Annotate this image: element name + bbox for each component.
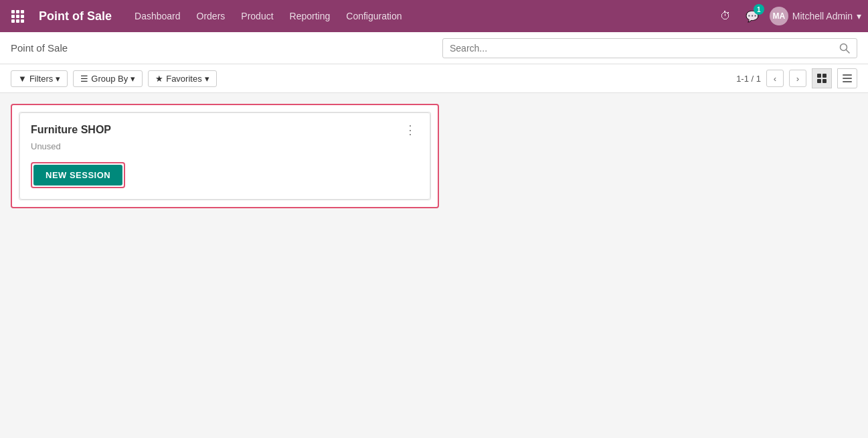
secondary-header: Point of Sale — [0, 32, 868, 64]
pagination-next[interactable]: › — [789, 70, 806, 87]
svg-rect-3 — [822, 74, 827, 78]
group-by-chevron: ▾ — [131, 74, 135, 84]
chat-badge: 1 — [754, 4, 764, 15]
group-by-button[interactable]: ☰ Group By ▾ — [73, 70, 143, 87]
avatar: MA — [770, 7, 788, 25]
filters-chevron: ▾ — [56, 74, 60, 84]
card-grid-wrapper: Furniture SHOP ⋮ Unused NEW SESSION — [11, 104, 439, 208]
svg-line-1 — [847, 50, 850, 53]
svg-rect-4 — [817, 79, 821, 83]
shop-card: Furniture SHOP ⋮ Unused NEW SESSION — [19, 113, 430, 200]
new-session-button[interactable]: NEW SESSION — [33, 165, 122, 186]
favorites-button[interactable]: ★ Favorites ▾ — [148, 70, 216, 87]
svg-rect-5 — [822, 79, 827, 83]
card-inner-border: Furniture SHOP ⋮ Unused NEW SESSION — [19, 112, 431, 200]
main-content: Furniture SHOP ⋮ Unused NEW SESSION — [0, 93, 868, 437]
search-input[interactable] — [443, 39, 833, 58]
shop-card-menu-icon[interactable]: ⋮ — [402, 124, 419, 136]
user-name: Mitchell Admin — [792, 11, 853, 21]
filter-bar: ▼ Filters ▾ ☰ Group By ▾ ★ Favorites ▾ 1… — [0, 64, 868, 93]
favorites-label: Favorites — [166, 74, 201, 84]
view-kanban-button[interactable] — [812, 68, 832, 88]
favorites-icon: ★ — [155, 74, 163, 84]
nav-configuration[interactable]: Configuration — [339, 7, 408, 25]
app-title: Point of Sale — [39, 9, 112, 23]
nav-reporting[interactable]: Reporting — [283, 7, 337, 25]
pagination-area: 1-1 / 1 ‹ › — [736, 68, 857, 88]
filter-icon: ▼ — [18, 74, 27, 84]
breadcrumb: Point of Sale — [11, 42, 68, 54]
new-session-btn-wrapper: NEW SESSION — [31, 162, 125, 188]
user-dropdown-icon: ▾ — [857, 11, 861, 21]
filters-label: Filters — [29, 74, 53, 84]
svg-rect-2 — [817, 74, 821, 78]
svg-rect-6 — [843, 74, 852, 76]
main-nav: Dashboard Orders Product Reporting Confi… — [128, 7, 705, 25]
svg-rect-7 — [843, 78, 852, 79]
group-by-label: Group By — [91, 74, 128, 84]
search-area — [442, 38, 857, 58]
nav-orders[interactable]: Orders — [190, 7, 232, 25]
favorites-chevron: ▾ — [205, 74, 209, 84]
chat-icon[interactable]: 💬 1 — [743, 7, 762, 25]
topbar-right: ⏱ 💬 1 MA Mitchell Admin ▾ — [716, 7, 861, 25]
nav-product[interactable]: Product — [234, 7, 280, 25]
apps-icon[interactable] — [7, 5, 28, 27]
pagination-text: 1-1 / 1 — [736, 74, 761, 84]
group-by-icon: ☰ — [80, 74, 88, 84]
filters-button[interactable]: ▼ Filters ▾ — [11, 70, 68, 87]
shop-card-status: Unused — [31, 141, 419, 151]
nav-dashboard[interactable]: Dashboard — [128, 7, 187, 25]
search-button[interactable] — [833, 39, 857, 58]
svg-rect-8 — [843, 81, 852, 82]
pagination-prev[interactable]: ‹ — [766, 70, 784, 87]
clock-icon[interactable]: ⏱ — [716, 7, 735, 25]
shop-card-header: Furniture SHOP ⋮ — [31, 124, 419, 136]
user-menu[interactable]: MA Mitchell Admin ▾ — [770, 7, 861, 25]
topbar: Point of Sale Dashboard Orders Product R… — [0, 0, 868, 32]
shop-card-title: Furniture SHOP — [31, 124, 111, 136]
view-list-button[interactable] — [837, 68, 857, 88]
